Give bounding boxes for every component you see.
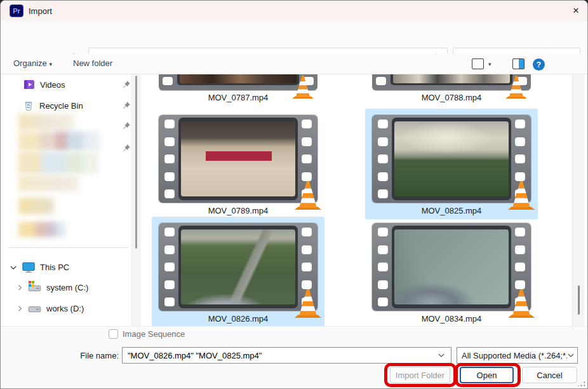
sidebar-item-works-d[interactable]: works (D:) xyxy=(17,304,84,313)
file-item[interactable]: MOV_0834.mp4 xyxy=(365,217,538,327)
file-name-field-label: File name: xyxy=(64,351,119,360)
file-name-label: MOV_0788.mp4 xyxy=(365,93,538,102)
chevron-right-icon[interactable] xyxy=(17,305,23,312)
sidebar-item-recycle-bin[interactable]: Recycle Bin xyxy=(23,100,83,111)
organize-button[interactable]: Organize ▾ xyxy=(13,58,52,68)
sidebar-scrollbar[interactable] xyxy=(131,74,141,326)
file-item-selected[interactable]: MOV_0826.mp4 xyxy=(152,217,324,327)
file-list-scrollbar-thumb[interactable] xyxy=(578,285,580,315)
pin-icon xyxy=(122,80,131,89)
vlc-cone-icon xyxy=(293,179,323,210)
sidebar-item-redacted[interactable] xyxy=(18,114,74,130)
organize-dropdown-icon: ▾ xyxy=(49,61,52,67)
sidebar-item-label: Recycle Bin xyxy=(39,101,83,111)
file-item[interactable]: MOV_0788.mp4 xyxy=(365,74,538,105)
sidebar-item-videos[interactable]: Videos xyxy=(23,79,65,90)
pin-icon xyxy=(122,144,131,153)
help-button[interactable]: ? xyxy=(533,58,545,71)
navigation-bar: ← → ↑ › This PC › media (H:) › 00.Media … xyxy=(1,21,588,54)
drive-icon xyxy=(28,304,41,313)
premiere-pro-app-icon: Pr xyxy=(10,4,23,17)
file-item[interactable]: MOV_0787.mp4 xyxy=(152,74,324,105)
vlc-cone-icon xyxy=(293,287,323,318)
videos-icon xyxy=(23,79,35,90)
windows-logo-icon xyxy=(29,281,34,287)
filmstrip-thumbnail xyxy=(159,223,317,311)
view-mode-icon[interactable] xyxy=(472,58,484,69)
video-thumbnail xyxy=(394,121,509,196)
open-button[interactable]: Open xyxy=(460,367,514,383)
pin-icon xyxy=(122,101,131,110)
sidebar-item-redacted[interactable] xyxy=(18,152,98,174)
sidebar-item-label: Videos xyxy=(40,80,65,90)
chevron-down-icon xyxy=(567,352,575,358)
cancel-button[interactable]: Cancel xyxy=(522,367,577,383)
sidebar-item-label: This PC xyxy=(40,263,69,272)
image-sequence-checkbox[interactable] xyxy=(109,329,118,339)
dialog-title: Import xyxy=(29,6,52,16)
new-folder-button[interactable]: New folder xyxy=(73,58,112,68)
sidebar-item-redacted[interactable] xyxy=(18,175,79,191)
chevron-right-icon[interactable] xyxy=(17,284,23,291)
image-sequence-label: Image Sequence xyxy=(123,329,185,339)
resize-grip[interactable] xyxy=(576,380,585,388)
view-mode-chevron-icon[interactable]: ▾ xyxy=(488,61,491,67)
recycle-bin-icon xyxy=(23,100,34,111)
file-name-dropdown-chevron-icon[interactable] xyxy=(438,352,445,358)
video-thumbnail xyxy=(180,74,297,83)
sidebar-item-this-pc[interactable]: This PC xyxy=(10,261,69,273)
pin-icon xyxy=(122,121,131,130)
video-thumbnail xyxy=(181,229,295,304)
system-drive-icon xyxy=(28,283,41,292)
preview-pane-icon[interactable] xyxy=(512,58,525,69)
sidebar-item-redacted[interactable] xyxy=(18,132,100,151)
sidebar-item-label: system (C:) xyxy=(46,283,88,292)
video-thumbnail xyxy=(394,229,509,304)
dialog-footer: Image Sequence File name: All Supported … xyxy=(1,326,588,389)
video-thumbnail xyxy=(181,121,295,196)
filmstrip-thumbnail xyxy=(159,115,317,203)
organize-label: Organize xyxy=(13,58,47,68)
close-button[interactable]: × xyxy=(565,1,587,20)
import-dialog-window: Pr Import × ← → ↑ › This PC › media (H:)… xyxy=(0,0,588,389)
file-type-value: All Supported Media (*.264;*.3G xyxy=(462,351,567,360)
file-item[interactable]: MOV_0789.mp4 xyxy=(152,109,324,219)
vlc-cone-icon xyxy=(507,287,536,318)
title-bar: Pr Import × xyxy=(1,1,588,21)
video-thumbnail xyxy=(393,74,510,83)
file-type-select[interactable]: All Supported Media (*.264;*.3G xyxy=(457,347,578,364)
file-list-scrollbar[interactable] xyxy=(572,74,584,326)
file-name-input[interactable] xyxy=(122,347,451,364)
vlc-cone-icon xyxy=(507,179,536,210)
sidebar-item-redacted[interactable] xyxy=(18,222,65,237)
command-toolbar: Organize ▾ New folder ▾ ? xyxy=(1,54,588,74)
sidebar-scrollbar-thumb[interactable] xyxy=(135,76,137,249)
filmstrip-thumbnail xyxy=(372,223,531,311)
this-pc-icon xyxy=(22,261,35,273)
filmstrip-thumbnail xyxy=(372,115,531,203)
sidebar-item-redacted[interactable] xyxy=(18,198,54,214)
sidebar-item-system-c[interactable]: system (C:) xyxy=(17,283,88,292)
file-name-label: MOV_0787.mp4 xyxy=(152,93,324,102)
sidebar-divider xyxy=(8,247,129,248)
import-folder-button[interactable]: Import Folder xyxy=(390,367,450,383)
sidebar-item-label: works (D:) xyxy=(46,304,84,313)
chevron-down-icon[interactable] xyxy=(10,264,17,271)
file-item-selected[interactable]: MOV_0825.mp4 xyxy=(365,109,538,219)
